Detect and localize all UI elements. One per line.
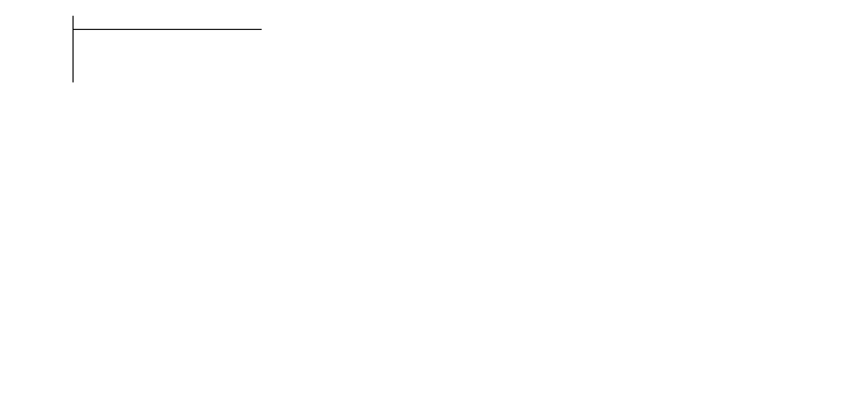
outline-level-bar	[0, 0, 50, 12]
outline-panel	[0, 12, 50, 400]
report-title-cell[interactable]	[74, 16, 262, 30]
spreadsheet-view	[0, 0, 868, 400]
select-all-corner[interactable]	[50, 0, 70, 12]
